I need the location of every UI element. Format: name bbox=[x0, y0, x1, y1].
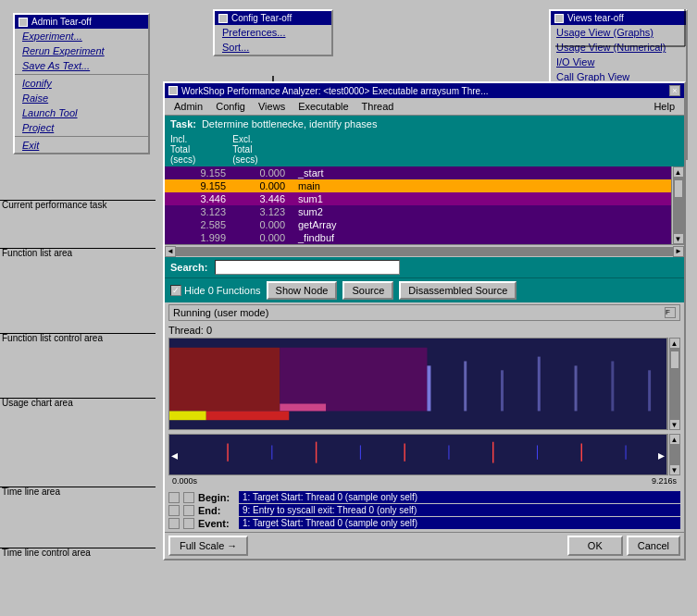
menu-usage-graphs[interactable]: Usage View (Graphs) bbox=[551, 25, 686, 40]
config-tearoff-title: Config Tear-off bbox=[215, 11, 331, 25]
event-checkbox1[interactable] bbox=[168, 518, 180, 529]
timeline-right-arrow[interactable]: ▸ bbox=[658, 448, 665, 462]
func-row-findbuf[interactable]: 1.999 0.000 _findbuf bbox=[165, 231, 671, 244]
config-tearoff: Config Tear-off Preferences... Sort... bbox=[213, 9, 333, 56]
config-tearoff-icon bbox=[218, 14, 228, 23]
begin-checkbox1[interactable] bbox=[168, 492, 180, 503]
chart-scrollbar: ▲ ▼ bbox=[667, 338, 680, 430]
function-list-scrollbar: ▲ ▼ bbox=[671, 166, 684, 244]
menu-io-view[interactable]: I/O View bbox=[551, 55, 686, 69]
timeline-chart[interactable]: ◂ ▸ bbox=[168, 434, 667, 475]
menu-save-as-text[interactable]: Save As Text... bbox=[15, 58, 148, 73]
cancel-button[interactable]: Cancel bbox=[627, 536, 680, 556]
usage-chart bbox=[168, 338, 667, 430]
begin-value[interactable]: 1: Target Start: Thread 0 (sample only s… bbox=[239, 491, 680, 503]
begin-checkbox2[interactable] bbox=[183, 492, 194, 503]
menu-exit[interactable]: Exit bbox=[15, 138, 148, 153]
timeline-scrollbar-up[interactable]: ▲ bbox=[669, 434, 680, 445]
task-area: Task: Determine bottlenecke, identify ph… bbox=[165, 116, 684, 132]
chart-scrollbar-up[interactable]: ▲ bbox=[669, 338, 680, 349]
end-checkbox2[interactable] bbox=[183, 505, 194, 516]
hscrollbar-track[interactable] bbox=[176, 247, 673, 256]
label-current-performance-task: Current performance task bbox=[2, 200, 106, 210]
scrollbar-thumb[interactable] bbox=[674, 179, 683, 198]
event-row: Event: 1: Target Start: Thread 0 (sample… bbox=[168, 517, 680, 529]
timeline-markers: 0.000s 9.216s bbox=[168, 475, 680, 487]
func-row-getarray[interactable]: 2.585 0.000 getArray bbox=[165, 218, 671, 231]
main-window: WorkShop Performance Analyzer: <test0000… bbox=[163, 81, 686, 561]
menu-iconify[interactable]: Iconify bbox=[15, 76, 148, 91]
func-row-start[interactable]: 9.155 0.000 _start bbox=[165, 166, 671, 179]
ok-button[interactable]: OK bbox=[567, 536, 623, 556]
function-list-hscrollbar: ◄ ► bbox=[165, 244, 684, 257]
views-tearoff-title: Views tear-off bbox=[551, 11, 686, 25]
end-row: End: 9: Entry to syscall exit: Thread 0 … bbox=[168, 504, 680, 516]
menu-rerun-experiment[interactable]: Rerun Experiment bbox=[15, 43, 148, 58]
svg-rect-14 bbox=[648, 370, 651, 411]
scrollbar-up-button[interactable]: ▲ bbox=[673, 166, 684, 178]
chart-scrollbar-thumb[interactable] bbox=[670, 351, 679, 369]
search-area: Search: bbox=[165, 257, 684, 277]
label-function-list-area: Function list area bbox=[2, 248, 72, 258]
show-node-button[interactable]: Show Node bbox=[267, 281, 338, 300]
disassembled-source-button[interactable]: Disassembled Source bbox=[399, 281, 517, 300]
hide-zero-functions-checkbox[interactable]: ✓ bbox=[170, 285, 181, 296]
function-list-container: 9.155 0.000 _start 9.155 0.000 main 3.44… bbox=[165, 166, 684, 244]
timeline-scrollbar: ▲ ▼ bbox=[667, 434, 680, 475]
source-button[interactable]: Source bbox=[342, 281, 393, 300]
label-time-line-control-area: Time line control area bbox=[2, 548, 91, 558]
begin-row: Begin: 1: Target Start: Thread 0 (sample… bbox=[168, 491, 680, 503]
menu-admin[interactable]: Admin bbox=[168, 100, 208, 113]
menu-raise[interactable]: Raise bbox=[15, 91, 148, 105]
menu-project[interactable]: Project bbox=[15, 120, 148, 135]
end-checkbox1[interactable] bbox=[168, 505, 180, 516]
scrollbar-track[interactable] bbox=[673, 178, 684, 233]
menu-experiment[interactable]: Experiment... bbox=[15, 29, 148, 43]
views-tearoff-icon bbox=[554, 14, 564, 23]
event-value[interactable]: 1: Target Start: Thread 0 (sample only s… bbox=[239, 517, 680, 529]
menu-thread[interactable]: Thread bbox=[356, 100, 400, 113]
menu-views[interactable]: Views bbox=[253, 100, 291, 113]
hscrollbar-right-button[interactable]: ► bbox=[673, 246, 684, 257]
chart-scrollbar-down[interactable]: ▼ bbox=[669, 419, 680, 430]
timeline-scrollbar-track[interactable] bbox=[669, 445, 680, 464]
func-row-main[interactable]: 9.155 0.000 main bbox=[165, 179, 671, 192]
end-value[interactable]: 9: Entry to syscall exit: Thread 0 (only… bbox=[239, 504, 680, 516]
usage-chart-svg bbox=[169, 339, 666, 429]
menu-preferences[interactable]: Preferences... bbox=[215, 25, 331, 40]
menu-usage-numerical[interactable]: Usage View (Numerical) bbox=[551, 40, 686, 55]
timeline-scrollbar-down[interactable]: ▼ bbox=[669, 464, 680, 475]
timeline-left-arrow[interactable]: ◂ bbox=[171, 448, 178, 462]
scrollbar-down-button[interactable]: ▼ bbox=[673, 233, 684, 244]
chart-scrollbar-track[interactable] bbox=[669, 349, 680, 419]
bottom-buttons: Full Scale → OK Cancel bbox=[165, 532, 684, 559]
svg-rect-7 bbox=[206, 411, 290, 420]
menu-help[interactable]: Help bbox=[648, 100, 680, 113]
full-scale-button[interactable]: Full Scale → bbox=[168, 536, 248, 556]
svg-rect-12 bbox=[575, 365, 578, 411]
timeline-section: ◂ ▸ ▲ ▼ bbox=[165, 432, 684, 488]
hscrollbar-left-button[interactable]: ◄ bbox=[165, 246, 176, 257]
usage-section: Thread: 0 bbox=[165, 323, 684, 432]
admin-tearoff-icon bbox=[19, 18, 28, 27]
admin-tearoff: Admin Tear-off Experiment... Rerun Exper… bbox=[13, 13, 150, 154]
svg-rect-5 bbox=[280, 404, 326, 412]
menu-executable[interactable]: Executable bbox=[292, 100, 354, 113]
event-fields: Begin: 1: Target Start: Thread 0 (sample… bbox=[165, 488, 684, 532]
func-list-header: Incl. Total (secs) Excl. Total (secs) bbox=[165, 132, 684, 166]
func-row-sum2[interactable]: 3.123 3.123 sum2 bbox=[165, 205, 671, 218]
event-checkbox2[interactable] bbox=[183, 518, 194, 529]
func-row-sum1[interactable]: 3.446 3.446 sum1 bbox=[165, 192, 671, 205]
menu-sort[interactable]: Sort... bbox=[215, 40, 331, 55]
timeline-svg bbox=[169, 435, 666, 474]
search-input[interactable] bbox=[215, 260, 400, 275]
hide-zero-functions-label: ✓ Hide 0 Functions bbox=[170, 285, 261, 296]
menu-config[interactable]: Config bbox=[210, 100, 251, 113]
running-minimize-button[interactable]: F bbox=[665, 307, 676, 318]
svg-rect-9 bbox=[464, 362, 467, 412]
svg-rect-3 bbox=[169, 348, 280, 412]
window-close-button[interactable]: × bbox=[669, 85, 680, 96]
svg-rect-4 bbox=[280, 348, 427, 412]
menu-launch-tool[interactable]: Launch Tool bbox=[15, 105, 148, 120]
main-menu-bar: Admin Config Views Executable Thread Hel… bbox=[165, 98, 684, 116]
